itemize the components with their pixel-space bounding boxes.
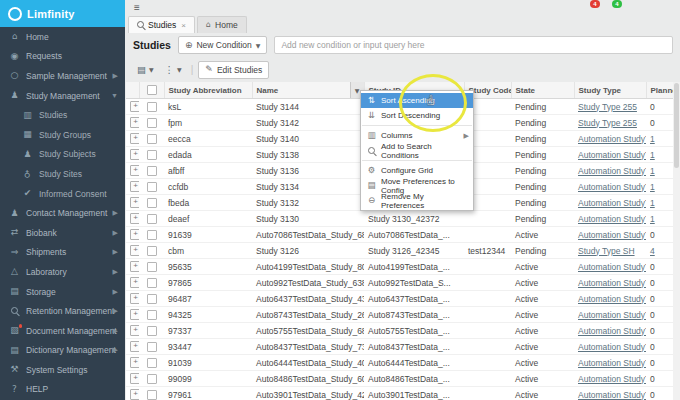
study-type-link[interactable]: Automation StudyT...	[578, 278, 646, 288]
study-type-link[interactable]: Automation StudyT...	[578, 230, 646, 240]
row-expand-button[interactable]: +	[130, 133, 139, 144]
column-header-state[interactable]: State	[511, 82, 574, 99]
planned-samples-link[interactable]: 4	[650, 246, 655, 256]
query-input[interactable]	[274, 36, 673, 54]
row-checkbox[interactable]	[147, 294, 157, 304]
study-type-link[interactable]: Automation StudyT...	[578, 262, 646, 272]
sidebar-item-study-management[interactable]: ♟Study Management▼	[0, 86, 125, 106]
sidebar-item-laboratory[interactable]: △Laboratory▶	[0, 262, 125, 282]
menu-item-sort-ascending[interactable]: ⇅Sort Ascending	[361, 93, 473, 108]
row-checkbox[interactable]	[147, 198, 157, 208]
row-expand-button[interactable]: +	[130, 389, 139, 400]
sidebar-item-home[interactable]: ⌂Home	[0, 27, 125, 47]
sidebar-item-dictionary-management[interactable]: ▤Dictionary Management▶	[0, 341, 125, 361]
row-checkbox[interactable]	[147, 246, 157, 256]
study-type-link[interactable]: Study Type SH	[578, 246, 635, 256]
row-checkbox[interactable]	[147, 262, 157, 272]
row-expand-button[interactable]: +	[130, 373, 139, 384]
column-header-expand[interactable]	[126, 82, 139, 99]
row-checkbox[interactable]	[147, 310, 157, 320]
column-header-abbrev[interactable]: Study Abbreviation	[164, 82, 252, 99]
sidebar-item-study-sites[interactable]: ♀Study Sites	[0, 164, 125, 184]
row-expand-button[interactable]: +	[130, 229, 139, 240]
export-button[interactable]: ▤ ▼	[133, 63, 158, 77]
row-expand-button[interactable]: +	[130, 325, 139, 336]
column-header-study_type[interactable]: Study Type	[574, 82, 646, 99]
study-type-link[interactable]: Automation StudyT...	[578, 182, 646, 192]
row-expand-button[interactable]: +	[130, 357, 139, 368]
row-expand-button[interactable]: +	[130, 277, 139, 288]
row-checkbox[interactable]	[147, 358, 157, 368]
study-type-link[interactable]: Automation StudyT...	[578, 374, 646, 384]
study-type-link[interactable]: Automation StudyT...	[578, 342, 646, 352]
planned-samples-link[interactable]: 1	[650, 214, 655, 224]
row-checkbox[interactable]	[147, 278, 157, 288]
column-header-name[interactable]: Name▼	[252, 82, 364, 99]
sidebar-item-shipments[interactable]: ⇒Shipments▶	[0, 243, 125, 263]
study-type-link[interactable]: Study Type 255	[578, 118, 637, 128]
study-type-link[interactable]: Automation StudyT...	[578, 310, 646, 320]
planned-samples-link[interactable]: 1	[650, 166, 655, 176]
sidebar-item-sample-management[interactable]: ○Sample Management▶	[0, 66, 125, 86]
vertical-scrollbar[interactable]	[673, 82, 680, 400]
column-header-check[interactable]	[139, 82, 164, 99]
row-expand-button[interactable]: +	[130, 213, 139, 224]
planned-samples-link[interactable]: 1	[650, 182, 655, 192]
select-all-checkbox[interactable]	[147, 85, 157, 95]
hamburger-menu-icon[interactable]: ≡	[134, 3, 140, 13]
brand-header[interactable]: Limfinity	[0, 0, 125, 27]
row-expand-button[interactable]: +	[130, 181, 139, 192]
study-type-link[interactable]: Automation StudyT...	[578, 294, 646, 304]
row-checkbox[interactable]	[147, 230, 157, 240]
menu-item-remove-my-preferences[interactable]: ⊖Remove My Preferences	[361, 193, 473, 208]
row-expand-button[interactable]: +	[130, 197, 139, 208]
row-expand-button[interactable]: +	[130, 101, 139, 112]
planned-samples-link[interactable]: 1	[650, 150, 655, 160]
edit-studies-button[interactable]: ✎ Edit Studies	[198, 61, 269, 79]
tab-home[interactable]: ⌂ Home	[197, 16, 247, 33]
sidebar-item-study-groups[interactable]: ▦Study Groups	[0, 125, 125, 145]
study-type-link[interactable]: Automation StudyT...	[578, 198, 646, 208]
row-checkbox[interactable]	[147, 390, 157, 400]
sidebar-item-help[interactable]: ?HELP	[0, 380, 125, 400]
row-checkbox[interactable]	[147, 342, 157, 352]
sidebar-item-contact-management[interactable]: ♟Contact Management▶	[0, 203, 125, 223]
sidebar-item-retention-management[interactable]: Retention Management▶	[0, 301, 125, 321]
scrollbar-thumb[interactable]	[674, 83, 679, 168]
row-checkbox[interactable]	[147, 118, 157, 128]
tab-close-icon[interactable]: ×	[181, 21, 186, 30]
sidebar-item-informed-consent[interactable]: ✔Informed Consent	[0, 184, 125, 204]
study-type-link[interactable]: Automation StudyT...	[578, 134, 646, 144]
row-expand-button[interactable]: +	[130, 341, 139, 352]
study-type-link[interactable]: Automation StudyT...	[578, 358, 646, 368]
planned-samples-link[interactable]: 1	[650, 134, 655, 144]
study-type-link[interactable]: Study Type 255	[578, 102, 637, 112]
sidebar-item-biobank[interactable]: ⇄Biobank▶	[0, 223, 125, 243]
row-checkbox[interactable]	[147, 102, 157, 112]
sidebar-item-requests[interactable]: ◉Requests	[0, 47, 125, 67]
row-expand-button[interactable]: +	[130, 261, 139, 272]
row-expand-button[interactable]: +	[130, 245, 139, 256]
tab-studies[interactable]: Studies ×	[128, 16, 195, 33]
study-type-link[interactable]: Automation StudyT...	[578, 214, 646, 224]
row-checkbox[interactable]	[147, 182, 157, 192]
study-type-link[interactable]: Automation StudyT...	[578, 390, 646, 400]
row-checkbox[interactable]	[147, 374, 157, 384]
study-type-link[interactable]: Automation StudyT...	[578, 166, 646, 176]
row-expand-button[interactable]: +	[130, 293, 139, 304]
column-header-planned[interactable]: Planned Sa	[646, 82, 673, 99]
row-expand-button[interactable]: +	[130, 309, 139, 320]
sidebar-item-document-management[interactable]: ▧Document Management▶	[0, 321, 125, 341]
planned-samples-link[interactable]: 1	[650, 198, 655, 208]
notifications-icon[interactable]: 4	[584, 3, 596, 14]
menu-item-add-to-search-conditions[interactable]: Add to Search Conditions	[361, 143, 473, 158]
messages-icon[interactable]: 4	[606, 3, 618, 14]
row-expand-button[interactable]: +	[130, 149, 139, 160]
sidebar-item-studies[interactable]: ▥Studies	[0, 105, 125, 125]
row-checkbox[interactable]	[147, 214, 157, 224]
row-checkbox[interactable]	[147, 150, 157, 160]
menu-item-sort-descending[interactable]: ⇊Sort Descending	[361, 108, 473, 123]
row-checkbox[interactable]	[147, 134, 157, 144]
sidebar-item-study-subjects[interactable]: ♟Study Subjects	[0, 145, 125, 165]
sidebar-item-storage[interactable]: ▤Storage▶	[0, 282, 125, 302]
